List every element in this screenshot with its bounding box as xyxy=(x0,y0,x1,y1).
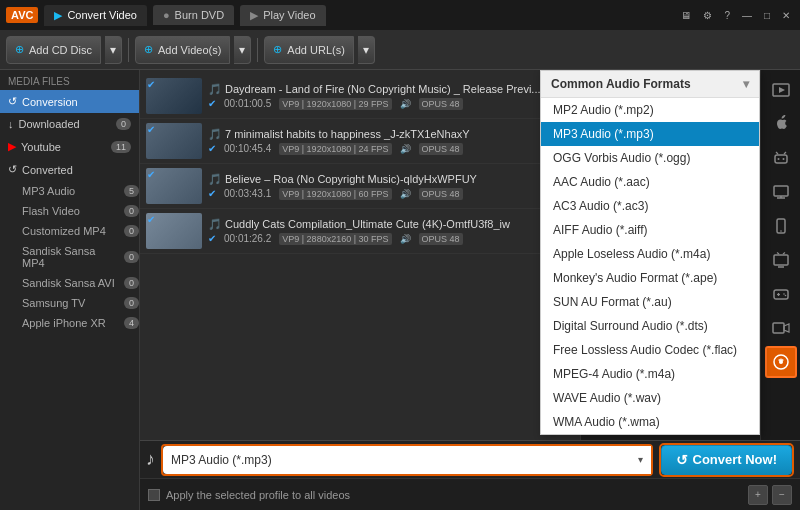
sidebar-item-mp3[interactable]: MP3 Audio 5 xyxy=(0,181,139,201)
audio-2: 🔊 xyxy=(400,189,411,199)
video-check-2: ✔ xyxy=(147,169,155,180)
video-thumb-2: ✔ xyxy=(146,168,202,204)
format-option-ogg[interactable]: OGG Vorbis Audio (*.ogg) xyxy=(541,146,759,170)
maximize-btn[interactable]: □ xyxy=(760,8,774,23)
sandisk-mp4-label: Sandisk Sansa MP4 xyxy=(22,245,119,269)
sidebar-item-downloaded[interactable]: ↓ Downloaded 0 xyxy=(0,113,139,135)
video-thumb-0: ✔ xyxy=(146,78,202,114)
title-icon-1: 🎵 xyxy=(208,128,222,140)
format-option-dts[interactable]: Digital Surround Audio (*.dts) xyxy=(541,314,759,338)
title-bar: AVC ▶ Convert Video ● Burn DVD ▶ Play Vi… xyxy=(0,0,800,30)
format-icon-general[interactable] xyxy=(765,74,797,106)
format-option-m4a[interactable]: MPEG-4 Audio (*.m4a) xyxy=(541,362,759,386)
sidebar-item-flash[interactable]: Flash Video 0 xyxy=(0,201,139,221)
cust-mp4-badge: 0 xyxy=(124,225,139,237)
format-option-flac[interactable]: Free Lossless Audio Codec (*.flac) xyxy=(541,338,759,362)
format-icon-video[interactable] xyxy=(765,312,797,344)
sidebar-section-title: Media Files xyxy=(0,70,139,90)
selected-format-label: MP3 Audio (*.mp3) xyxy=(171,453,272,467)
add-cd-icon: ⊕ xyxy=(15,43,24,56)
format-option-ac3[interactable]: AC3 Audio (*.ac3) xyxy=(541,194,759,218)
svg-point-24 xyxy=(779,360,783,364)
convert-now-button[interactable]: ↺ Convert Now! xyxy=(661,445,793,475)
delete-profile-btn[interactable]: − xyxy=(772,485,792,505)
close-btn[interactable]: ✕ xyxy=(778,8,794,23)
svg-line-5 xyxy=(776,152,778,154)
title-icon-3: 🎵 xyxy=(208,218,222,230)
format-option-au[interactable]: SUN AU Format (*.au) xyxy=(541,290,759,314)
check-icon-1: ✔ xyxy=(208,143,216,154)
add-cd-dropdown[interactable]: ▾ xyxy=(105,36,122,64)
sidebar-item-conversion[interactable]: ↺ Conversion xyxy=(0,90,139,113)
main-layout: Media Files ↺ Conversion ↓ Downloaded 0 … xyxy=(0,70,800,510)
format-icon-game[interactable] xyxy=(765,278,797,310)
meta-0: VP9 | 1920x1080 | 29 FPS xyxy=(279,98,391,110)
youtube-icon: ▶ xyxy=(8,140,16,153)
convert-label: Convert Now! xyxy=(693,452,778,467)
format-icon-apple[interactable] xyxy=(765,108,797,140)
sidebar-item-customized-mp4[interactable]: Customized MP4 0 xyxy=(0,221,139,241)
format-icon-device[interactable] xyxy=(765,176,797,208)
format-option-mp2[interactable]: MP2 Audio (*.mp2) xyxy=(541,98,759,122)
duration-2: 00:03:43.1 xyxy=(224,188,271,199)
svg-point-3 xyxy=(777,158,779,160)
apply-all-checkbox[interactable] xyxy=(148,489,160,501)
format-icon-tv[interactable] xyxy=(765,244,797,276)
burn-tab-icon: ● xyxy=(163,9,170,21)
sidebar-item-sandisk-avi[interactable]: Sandisk Sansa AVI 0 xyxy=(0,273,139,293)
format-icon-android[interactable] xyxy=(765,142,797,174)
format-icon-mobile[interactable] xyxy=(765,210,797,242)
format-option-aiff[interactable]: AIFF Audio (*.aiff) xyxy=(541,218,759,242)
flash-label: Flash Video xyxy=(22,205,80,217)
sidebar-item-youtube[interactable]: ▶ Youtube 11 xyxy=(0,135,139,158)
add-video-button[interactable]: ⊕ Add Video(s) xyxy=(135,36,230,64)
title-icon-0: 🎵 xyxy=(208,83,222,95)
format-option-wav[interactable]: WAVE Audio (*.wav) xyxy=(541,386,759,410)
add-video-dropdown[interactable]: ▾ xyxy=(234,36,251,64)
format-option-wma[interactable]: WMA Audio (*.wma) xyxy=(541,410,759,434)
sandisk-avi-badge: 0 xyxy=(124,277,139,289)
toolbar-separator-1 xyxy=(128,38,129,62)
help-icon[interactable]: ? xyxy=(720,8,734,23)
title-icon-2: 🎵 xyxy=(208,173,222,185)
format-option-aac[interactable]: AAC Audio (*.aac) xyxy=(541,170,759,194)
play-tab-label: Play Video xyxy=(263,9,315,21)
add-profile-btn[interactable]: + xyxy=(748,485,768,505)
format-option-mp3[interactable]: MP3 Audio (*.mp3) xyxy=(541,122,759,146)
tab-burn-dvd[interactable]: ● Burn DVD xyxy=(153,5,234,25)
sidebar-item-samsung-tv[interactable]: Samsung TV 0 xyxy=(0,293,139,313)
format-select[interactable]: MP3 Audio (*.mp3) ▾ xyxy=(163,446,651,474)
audio-tag-1: OPUS 48 xyxy=(419,143,463,155)
toolbar-separator-2 xyxy=(257,38,258,62)
minimize-btn[interactable]: — xyxy=(738,8,756,23)
app-logo: AVC xyxy=(6,7,38,23)
add-url-label: Add URL(s) xyxy=(287,44,344,56)
add-cd-button[interactable]: ⊕ Add CD Disc xyxy=(6,36,101,64)
add-video-label: Add Video(s) xyxy=(158,44,221,56)
svg-marker-1 xyxy=(779,87,785,93)
settings-icon[interactable]: ⚙ xyxy=(699,8,716,23)
duration-0: 00:01:00.5 xyxy=(224,98,271,109)
tab-play-video[interactable]: ▶ Play Video xyxy=(240,5,325,26)
sidebar-item-converted[interactable]: ↺ Converted xyxy=(0,158,139,181)
svg-rect-16 xyxy=(774,290,788,299)
screen-icon[interactable]: 🖥 xyxy=(677,8,695,23)
svg-rect-21 xyxy=(773,323,784,333)
audio-1: 🔊 xyxy=(400,144,411,154)
meta-1: VP9 | 1920x1080 | 24 FPS xyxy=(279,143,391,155)
format-option-ape[interactable]: Monkey's Audio Format (*.ape) xyxy=(541,266,759,290)
tab-convert-video[interactable]: ▶ Convert Video xyxy=(44,5,147,26)
format-bar: ♪ MP3 Audio (*.mp3) ▾ ↺ Convert Now! xyxy=(140,440,800,478)
sidebar-item-sandisk-mp4[interactable]: Sandisk Sansa MP4 0 xyxy=(0,241,139,273)
format-option-m4a-apple[interactable]: Apple Loseless Audio (*.m4a) xyxy=(541,242,759,266)
add-url-button[interactable]: ⊕ Add URL(s) xyxy=(264,36,353,64)
add-url-dropdown[interactable]: ▾ xyxy=(358,36,375,64)
youtube-label: Youtube xyxy=(21,141,61,153)
svg-point-19 xyxy=(783,293,785,295)
sidebar-item-iphone-xr[interactable]: Apple iPhone XR 4 xyxy=(0,313,139,333)
dropdown-collapse-icon[interactable]: ▾ xyxy=(743,77,749,91)
mp3-badge: 5 xyxy=(124,185,139,197)
format-icon-audio[interactable] xyxy=(765,346,797,378)
add-url-icon: ⊕ xyxy=(273,43,282,56)
add-video-icon: ⊕ xyxy=(144,43,153,56)
